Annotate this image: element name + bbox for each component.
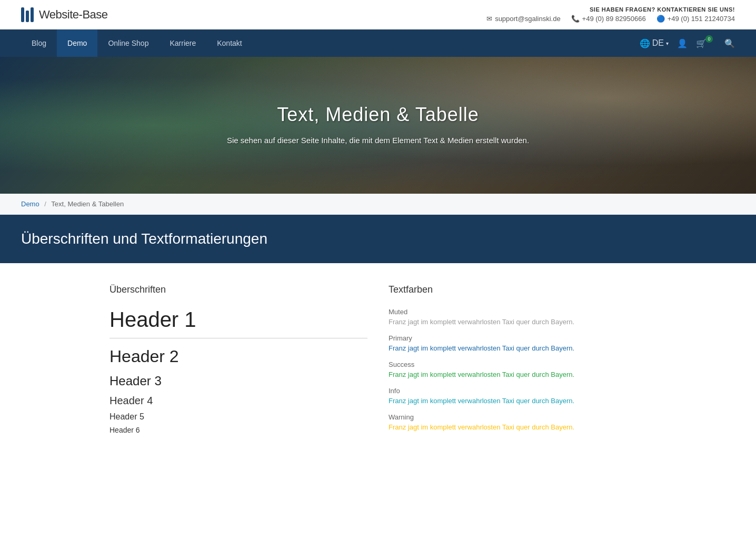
contact-phone: 📞 +49 (0) 89 82950666 [571,15,646,23]
color-label-success: Success [389,361,646,368]
color-success: Success Franz jagt im komplett verwahrlo… [389,361,646,378]
header-2: Header 2 [110,347,367,366]
section-header: Überschriften und Textformatierungen [0,215,756,263]
user-icon[interactable]: 👤 [677,38,688,48]
top-bar: Website-Base SIE HABEN FRAGEN? KONTAKTIE… [0,0,756,29]
color-label-primary: Primary [389,334,646,342]
column-textcolors: Textfarben Muted Franz jagt im komplett … [389,284,646,439]
nav-left: Blog Demo Online Shop Karriere Kontakt [21,29,253,57]
color-text-info: Franz jagt im komplett verwahrlosten Tax… [389,397,646,405]
logo[interactable]: Website-Base [21,7,108,22]
color-label-warning: Warning [389,413,646,421]
nav-item-demo[interactable]: Demo [57,29,97,57]
header-5: Header 5 [110,412,367,422]
color-text-success: Franz jagt im komplett verwahrlosten Tax… [389,371,646,378]
column-headings: Überschriften Header 1 Header 2 Header 3… [110,284,367,439]
email-icon: ✉ [486,15,492,23]
color-primary: Primary Franz jagt im komplett verwahrlo… [389,334,646,352]
phone-icon: 📞 [571,15,580,23]
navbar: Blog Demo Online Shop Karriere Kontakt 🌐… [0,29,756,57]
nav-right: 🌐 DE ▾ 👤 🛒 0 🔍 [640,38,735,48]
color-text-primary: Franz jagt im komplett verwahrlosten Tax… [389,344,646,352]
chevron-down-icon: ▾ [666,41,669,46]
whatsapp-icon: 🔵 [656,15,665,23]
logo-text: Website-Base [39,8,108,22]
color-warning: Warning Franz jagt im komplett verwahrlo… [389,413,646,431]
color-info: Info Franz jagt im komplett verwahrloste… [389,387,646,405]
nav-item-karriere[interactable]: Karriere [159,29,206,57]
nav-item-online-shop[interactable]: Online Shop [97,29,159,57]
header-6: Header 6 [110,426,367,434]
globe-icon: 🌐 [640,38,650,48]
headings-section-title: Überschriften [110,284,367,295]
contact-details: ✉ support@sgalinski.de 📞 +49 (0) 89 8295… [486,15,735,23]
search-icon[interactable]: 🔍 [724,38,735,48]
hero-subtitle: Sie sehen auf dieser Seite Inhalte, die … [227,134,529,147]
color-label-info: Info [389,387,646,395]
nav-item-kontakt[interactable]: Kontakt [206,29,252,57]
contact-email: ✉ support@sgalinski.de [486,15,560,23]
breadcrumb-demo[interactable]: Demo [21,200,39,208]
hero-content: Text, Medien & Tabelle Sie sehen auf die… [227,104,529,147]
color-text-warning: Franz jagt im komplett verwahrlosten Tax… [389,423,646,431]
header-1: Header 1 [110,308,367,338]
nav-item-blog[interactable]: Blog [21,29,57,57]
contact-title: SIE HABEN FRAGEN? KONTAKTIEREN SIE UNS! [486,6,735,13]
contact-info: SIE HABEN FRAGEN? KONTAKTIEREN SIE UNS! … [486,6,735,23]
color-label-muted: Muted [389,308,646,316]
breadcrumb-separator: / [44,200,46,208]
header-4: Header 4 [110,395,367,407]
cart-icon[interactable]: 🛒 0 [696,38,716,48]
breadcrumb-bar: Demo / Text, Medien & Tabellen [0,194,756,215]
cart-badge: 0 [705,35,713,43]
hero: Text, Medien & Tabelle Sie sehen auf die… [0,57,756,194]
logo-icon [21,7,34,22]
hero-title: Text, Medien & Tabelle [227,104,529,126]
breadcrumb-current: Text, Medien & Tabellen [51,200,124,208]
breadcrumb: Demo / Text, Medien & Tabellen [21,200,735,208]
header-3: Header 3 [110,374,367,388]
color-text-muted: Franz jagt im komplett verwahrlosten Tax… [389,318,646,326]
section-title: Überschriften und Textformatierungen [21,231,735,247]
color-muted: Muted Franz jagt im komplett verwahrlost… [389,308,646,326]
contact-whatsapp: 🔵 +49 (0) 151 21240734 [656,15,735,23]
language-selector[interactable]: 🌐 DE ▾ [640,38,669,48]
textcolors-section-title: Textfarben [389,284,646,295]
main-content: Überschriften Header 1 Header 2 Header 3… [88,263,668,461]
